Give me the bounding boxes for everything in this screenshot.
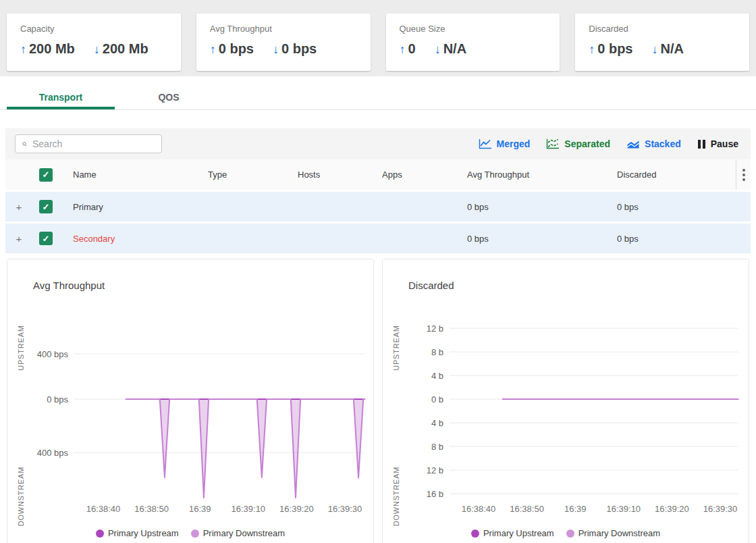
down-arrow-icon: ↓ [273,43,279,57]
stat-label: Discarded [589,24,736,34]
svg-text:400 bps: 400 bps [37,349,69,359]
legend-dot-icon [191,529,199,538]
stat-label: Avg Throughput [210,24,357,34]
svg-text:8 b: 8 b [431,442,443,452]
stat-label: Capacity [20,24,167,34]
merged-chart-icon [479,138,492,149]
stacked-chart-icon [626,138,640,149]
stat-up-value: 0 [408,41,416,57]
svg-text:16:39: 16:39 [189,504,211,514]
expand-row-button[interactable]: + [5,201,32,213]
pause-icon [697,139,706,149]
transport-table-card: Merged Separated Stacked [5,128,751,253]
svg-text:4 b: 4 b [431,371,443,381]
svg-text:16:39:10: 16:39:10 [231,504,265,514]
tab-qos[interactable]: QOS [115,86,223,109]
svg-text:16:39:30: 16:39:30 [328,504,362,514]
svg-text:16:38:40: 16:38:40 [462,504,496,514]
svg-text:16:39:20: 16:39:20 [279,504,314,514]
table-row-primary[interactable]: + ✓ Primary 0 bps 0 bps [5,192,751,222]
svg-text:16:39:20: 16:39:20 [655,504,689,514]
tab-bar: Transport QOS [0,86,756,110]
svg-text:16:39:10: 16:39:10 [606,504,641,514]
row-name: Secondary [68,234,202,244]
stacked-view-label: Stacked [645,138,681,149]
search-input[interactable] [32,138,155,149]
pause-label: Pause [711,138,738,149]
svg-text:0 b: 0 b [431,394,443,405]
svg-text:16:38:50: 16:38:50 [510,504,544,514]
down-arrow-icon: ↓ [94,43,100,57]
up-arrow-icon: ↑ [20,43,26,57]
column-options-kebab-icon[interactable] [737,166,751,184]
stat-up-value: 0 bps [219,41,254,57]
stat-card-discarded: Discarded ↑0 bps ↓N/A [575,14,749,71]
stats-strip: Capacity ↑200 Mb ↓200 Mb Avg Throughput … [0,0,756,76]
row-avg-throughput: 0 bps [462,234,612,244]
search-box[interactable] [15,134,162,153]
legend-dot-icon [566,529,574,538]
stat-down-value: 200 Mb [103,41,148,57]
table-header-row: ✓ Name Type Hosts Apps Avg Throughput Di… [5,159,751,190]
stat-card-capacity: Capacity ↑200 Mb ↓200 Mb [7,14,181,71]
merged-view-label: Merged [497,138,531,149]
legend-item: Primary Upstream [96,528,179,538]
chart-legend: Primary UpstreamPrimary Downstream [7,528,373,538]
row-discarded: 0 bps [612,234,736,244]
row-avg-throughput: 0 bps [462,202,612,212]
table-row-secondary[interactable]: + ✓ Secondary 0 bps 0 bps [5,224,751,253]
stat-up-value: 200 Mb [29,41,75,57]
up-arrow-icon: ↑ [210,43,216,57]
expand-row-button[interactable]: + [5,233,32,244]
pause-button[interactable]: Pause [697,138,738,149]
svg-text:16 b: 16 b [427,489,443,499]
svg-text:12 b: 12 b [427,324,443,334]
search-icon [22,139,27,149]
charts-row: Avg Throughput UPSTREAM DOWNSTREAM 400 b… [7,259,749,543]
stat-up-value: 0 bps [597,41,632,57]
svg-text:8 b: 8 b [431,347,443,357]
row-checkbox[interactable]: ✓ [39,232,53,245]
up-arrow-icon: ↑ [589,43,595,57]
chart-plot-area: 12 b8 b4 b0 b4 b8 b12 b16 b16:38:4016:38… [383,259,749,543]
svg-text:4 b: 4 b [431,418,443,428]
down-arrow-icon: ↓ [435,43,441,57]
svg-text:16:39: 16:39 [564,504,587,514]
svg-text:400 bps: 400 bps [37,448,69,458]
table-toolbar: Merged Separated Stacked [5,128,751,159]
chart-plot-area: 400 bps0 bps400 bps16:38:4016:38:5016:39… [7,259,373,543]
legend-item: Primary Downstream [566,528,660,538]
stat-card-avg-throughput: Avg Throughput ↑0 bps ↓0 bps [196,14,371,71]
stat-label: Queue Size [400,24,547,34]
separated-view-button[interactable]: Separated [546,138,610,149]
legend-item: Primary Upstream [471,528,554,538]
stat-card-queue-size: Queue Size ↑0 ↓N/A [386,14,560,71]
legend-dot-icon [96,529,104,538]
svg-text:12 b: 12 b [427,465,443,475]
stat-down-value: N/A [661,41,684,57]
svg-text:0 bps: 0 bps [47,394,68,405]
column-header-type[interactable]: Type [202,170,292,180]
row-checkbox[interactable]: ✓ [39,200,53,213]
merged-view-button[interactable]: Merged [479,138,531,149]
tab-transport[interactable]: Transport [7,86,115,109]
svg-text:16:39:30: 16:39:30 [703,504,738,514]
column-header-name[interactable]: Name [68,170,202,180]
column-header-discarded[interactable]: Discarded [612,170,736,180]
column-header-avg-throughput[interactable]: Avg Throughput [462,170,612,180]
row-discarded: 0 bps [612,202,736,212]
stat-down-value: N/A [443,41,466,57]
stacked-view-button[interactable]: Stacked [626,138,681,149]
avg-throughput-chart: Avg Throughput UPSTREAM DOWNSTREAM 400 b… [7,259,374,543]
separated-chart-icon [546,138,560,149]
discarded-chart: Discarded UPSTREAM DOWNSTREAM 12 b8 b4 b… [382,259,749,543]
svg-text:16:38:50: 16:38:50 [134,504,169,514]
select-all-checkbox[interactable]: ✓ [39,168,53,182]
chart-legend: Primary UpstreamPrimary Downstream [383,528,749,538]
legend-item: Primary Downstream [191,528,285,538]
stat-down-value: 0 bps [281,41,317,57]
svg-text:16:38:40: 16:38:40 [86,504,121,514]
row-name: Primary [68,202,202,212]
column-header-hosts[interactable]: Hosts [292,170,377,180]
column-header-apps[interactable]: Apps [377,170,462,180]
